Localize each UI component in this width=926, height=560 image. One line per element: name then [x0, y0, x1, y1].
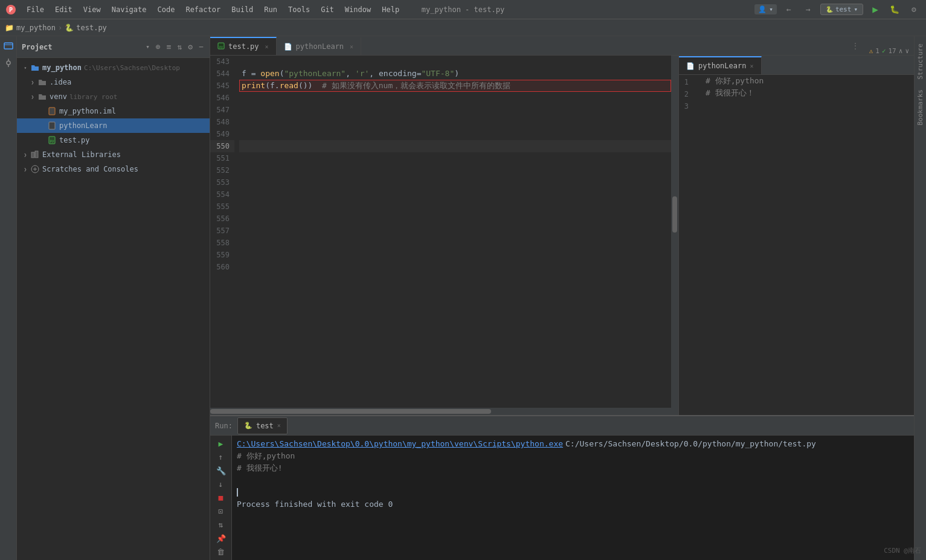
- bottom-tab-test[interactable]: 🐍 test ×: [237, 417, 288, 434]
- editor-horizontal-scrollbar[interactable]: [210, 408, 678, 415]
- project-title: Project: [22, 43, 141, 51]
- editor-scrollbar-thumb: [672, 196, 677, 233]
- right-tab-close[interactable]: ×: [750, 63, 753, 69]
- svg-point-3: [7, 61, 10, 65]
- run-again-button[interactable]: ▶: [214, 438, 228, 449]
- trash-button[interactable]: 🗑: [214, 547, 228, 558]
- tab-close-test-py[interactable]: ×: [265, 43, 269, 50]
- svg-text:py: py: [219, 45, 223, 49]
- tree-item-idea[interactable]: ❯ .idea: [17, 75, 210, 89]
- nav-back-button[interactable]: ←: [782, 2, 796, 17]
- menu-tools[interactable]: Tools: [283, 4, 315, 15]
- project-tree: ▾ my_python C:\Users\Sachsen\Desktop ❯ .…: [17, 58, 210, 560]
- coverage-button[interactable]: ⚙: [907, 2, 921, 17]
- scratches-icon: [30, 164, 40, 174]
- scroll-down-button[interactable]: ↓: [214, 478, 228, 489]
- title-right-controls: 👤 ▾ ← → 🐍 test ▾ ▶ 🐛 ⚙: [754, 2, 921, 17]
- stop-button[interactable]: ■: [214, 492, 228, 503]
- right-tab-bar: 📄 pythonLearn ×: [679, 56, 914, 75]
- tree-item-venv[interactable]: ❯ venv library root: [17, 89, 210, 104]
- tab-pythonlearn[interactable]: 📄 pythonLearn ×: [277, 37, 362, 55]
- tree-item-scratches[interactable]: ❯ Scratches and Consoles: [17, 162, 210, 176]
- sidebar-tab-commit[interactable]: [1, 56, 16, 70]
- bottom-toolbar: ▶ ↑ 🔧 ↓ ■ ⊡ ⇅ 📌 🗑: [210, 436, 232, 560]
- menu-build[interactable]: Build: [227, 4, 258, 15]
- menu-run[interactable]: Run: [259, 4, 282, 15]
- output-exit-text: Process finished with exit code 0: [237, 498, 393, 510]
- tab-test-py[interactable]: py test.py ×: [210, 37, 277, 55]
- editor-vertical-scrollbar[interactable]: [671, 56, 678, 408]
- tree-item-external-libraries[interactable]: ❯ External Libraries: [17, 147, 210, 162]
- breadcrumb-file-icon: 🐍: [65, 24, 74, 32]
- pythonlearn-file-icon: [47, 121, 57, 130]
- tree-item-my-python-root[interactable]: ▾ my_python C:\Users\Sachsen\Desktop: [17, 60, 210, 75]
- code-content[interactable]: f = open ( "pythonLearn" , 'r' , encodin…: [239, 56, 671, 408]
- collapse-all-icon[interactable]: ≡: [166, 41, 173, 53]
- sidebar-tab-project[interactable]: [1, 39, 16, 53]
- account-button[interactable]: 👤 ▾: [754, 4, 777, 14]
- tree-arrow-scratches: ❯: [22, 166, 29, 173]
- code-line-547: [239, 104, 671, 116]
- tab-bar-more[interactable]: ⋮: [851, 37, 864, 55]
- breadcrumb-separator: ›: [58, 24, 62, 32]
- expand-all-icon[interactable]: ⇅: [176, 41, 184, 53]
- breadcrumb-file[interactable]: 🐍 test.py: [65, 24, 107, 32]
- tab-icon-pythonlearn: 📄: [284, 43, 292, 51]
- tab-more-icon: ⋮: [851, 41, 860, 51]
- code-line-556: [239, 213, 671, 225]
- run-config-selector[interactable]: 🐍 test ▾: [820, 4, 863, 15]
- nav-up-icon[interactable]: ∧: [899, 47, 903, 55]
- right-code-line-2: # 我很开心！: [703, 87, 914, 99]
- run-label: Run:: [215, 422, 233, 430]
- menu-help[interactable]: Help: [377, 4, 404, 15]
- code-editor[interactable]: 543 544 545 546 547 548 549 550 551 552 …: [210, 56, 678, 408]
- sort-button[interactable]: ⇅: [214, 520, 228, 530]
- locate-file-icon[interactable]: ⊕: [155, 41, 162, 53]
- bookmarks-tab[interactable]: Bookmarks: [915, 85, 925, 130]
- menu-window[interactable]: Window: [340, 4, 376, 15]
- right-line-num-1: 1: [679, 76, 693, 88]
- breadcrumb-project[interactable]: 📁 my_python: [5, 24, 56, 32]
- code-line-549: [239, 128, 671, 140]
- ext-libs-icon: [30, 150, 40, 159]
- menu-file[interactable]: File: [22, 4, 49, 15]
- rerun-button[interactable]: ⊡: [214, 506, 228, 517]
- tab-label-pythonlearn: pythonLearn: [296, 42, 344, 51]
- right-tab-pythonlearn[interactable]: 📄 pythonLearn ×: [679, 56, 762, 74]
- menu-navigate[interactable]: Navigate: [107, 4, 152, 15]
- line-num-549: 549: [210, 128, 234, 140]
- tree-item-my-python-iml[interactable]: ❯ my_python.iml: [17, 104, 210, 118]
- sidebar-tabs: [0, 36, 17, 560]
- menu-edit[interactable]: Edit: [50, 4, 77, 15]
- menu-code[interactable]: Code: [153, 4, 180, 15]
- wrench-button[interactable]: 🔧: [214, 465, 228, 476]
- right-code-content[interactable]: # 你好,python # 我很开心！: [698, 75, 914, 415]
- bottom-tab-label: test: [256, 422, 274, 430]
- structure-tab[interactable]: Structure: [915, 39, 925, 85]
- bottom-tab-close[interactable]: ×: [277, 422, 281, 429]
- code-token: ,: [369, 68, 379, 80]
- right-line-num-3: 3: [679, 100, 693, 112]
- menu-view[interactable]: View: [79, 4, 106, 15]
- menu-git[interactable]: Git: [316, 4, 339, 15]
- right-code-token: # 你好,python: [706, 75, 764, 87]
- svg-rect-7: [49, 122, 55, 129]
- pin-button[interactable]: 📌: [214, 533, 228, 544]
- nav-forward-button[interactable]: →: [801, 2, 815, 17]
- close-panel-icon[interactable]: −: [198, 41, 205, 53]
- tab-close-pythonlearn[interactable]: ×: [350, 43, 353, 50]
- run-config-dropdown: ▾: [854, 5, 858, 13]
- run-button[interactable]: ▶: [868, 2, 883, 17]
- tree-item-test-py[interactable]: ❯ py test.py: [17, 133, 210, 147]
- project-folder-icon: 📁: [5, 24, 14, 32]
- settings-icon[interactable]: ⚙: [187, 41, 194, 53]
- nav-down-icon[interactable]: ∨: [905, 47, 909, 55]
- right-editor-inner: 1 2 3 # 你好,python # 我很开心！: [679, 75, 914, 415]
- scroll-up-button[interactable]: ↑: [214, 451, 228, 462]
- tree-item-pythonlearn[interactable]: ❯ pythonLearn: [17, 118, 210, 133]
- editor-tab-bar: py test.py × 📄 pythonLearn × ⋮ ⚠ 1: [210, 36, 914, 56]
- menu-refactor[interactable]: Refactor: [181, 4, 225, 15]
- output-python-path[interactable]: C:\Users\Sachsen\Desktop\0.0\python\my_p…: [237, 438, 563, 450]
- debug-button[interactable]: 🐛: [887, 2, 902, 17]
- project-dropdown-arrow[interactable]: ▾: [146, 43, 150, 51]
